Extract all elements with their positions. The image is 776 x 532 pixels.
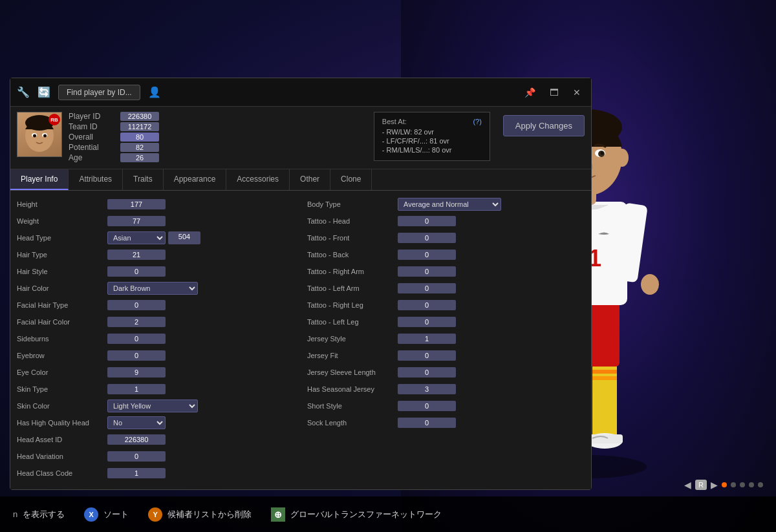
n-control-text: n (13, 509, 17, 519)
potential-value: 82 (120, 143, 159, 152)
tab-player-info[interactable]: Player Info (10, 169, 69, 190)
head-type-select-1[interactable]: Asian European African (107, 231, 166, 244)
plus-button-badge[interactable]: ⊕ (271, 507, 285, 522)
facial-hair-color-label: Facial Hair Color (17, 318, 107, 326)
facial-hair-color-value[interactable]: 2 (107, 317, 166, 327)
find-player-button[interactable]: Find player by ID... (58, 85, 140, 100)
left-column: Height 177 Weight 77 Head Type Asian Eur… (17, 197, 294, 483)
hair-style-label: Hair Style (17, 268, 107, 275)
wrench-icon[interactable]: 🔧 (17, 86, 30, 98)
hair-color-select[interactable]: Dark Brown Black Brown Light Brown Blond… (107, 282, 198, 295)
height-label: Height (17, 200, 107, 208)
tattoo-left-leg-row: Tattoo - Left Leg 0 (307, 315, 585, 329)
nav-left-arrow[interactable]: ◀ (684, 480, 691, 490)
sideburns-value[interactable]: 0 (107, 334, 166, 344)
hair-type-value[interactable]: 21 (107, 250, 166, 260)
head-class-code-value[interactable]: 1 (107, 468, 166, 478)
head-asset-id-row: Head Asset ID 226380 (17, 432, 294, 447)
nav-dot-1[interactable] (722, 482, 727, 487)
tattoo-front-value[interactable]: 0 (398, 233, 456, 243)
body-type-label: Body Type (307, 200, 398, 208)
content-area: Height 177 Weight 77 Head Type Asian Eur… (10, 191, 591, 489)
weight-value[interactable]: 77 (107, 216, 166, 226)
body-type-select[interactable]: Average and Normal Lean Stocky (398, 198, 501, 211)
apply-changes-button[interactable]: Apply Changes (503, 115, 585, 136)
hq-head-select[interactable]: No Yes (107, 416, 166, 429)
bottom-label-n: を表示する (23, 509, 65, 520)
height-value[interactable]: 177 (107, 199, 166, 209)
tab-appearance[interactable]: Appearance (164, 169, 227, 190)
eye-color-value[interactable]: 9 (107, 367, 166, 378)
jersey-style-value[interactable]: 1 (398, 334, 456, 344)
tab-attributes[interactable]: Attributes (69, 169, 123, 190)
tattoo-left-arm-value[interactable]: 0 (398, 283, 456, 293)
close-icon[interactable]: ✕ (569, 86, 585, 99)
y-button-badge[interactable]: Y (148, 507, 162, 522)
nav-dot-5[interactable] (758, 482, 763, 487)
short-style-value[interactable]: 0 (398, 401, 456, 411)
tattoo-right-arm-label: Tattoo - Right Arm (307, 268, 398, 275)
age-row: Age 26 (69, 153, 367, 162)
nav-right-arrow[interactable]: ▶ (711, 480, 718, 490)
team-id-row: Team ID 112172 (69, 122, 367, 131)
refresh-icon[interactable]: 🔄 (38, 86, 50, 98)
potential-row: Potential 82 (69, 143, 367, 152)
tattoo-right-arm-value[interactable]: 0 (398, 266, 456, 277)
nav-dot-3[interactable] (740, 482, 745, 487)
player-stats: Player ID 226380 Team ID 112172 Overall … (69, 112, 367, 164)
team-id-label: Team ID (69, 122, 120, 131)
head-variation-row: Head Variation 0 (17, 449, 294, 463)
skin-color-select[interactable]: Light Yellow Light Medium Light Medium M… (107, 399, 198, 412)
bottom-label-y: 候補者リストから削除 (167, 509, 252, 520)
hair-type-label: Hair Type (17, 251, 107, 259)
head-variation-value[interactable]: 0 (107, 451, 166, 462)
head-type-label: Head Type (17, 234, 107, 242)
maximize-icon[interactable]: 🗖 (546, 86, 563, 99)
overall-row: Overall 80 (69, 133, 367, 142)
skin-type-value[interactable]: 1 (107, 384, 166, 394)
svg-point-31 (616, 149, 629, 167)
jersey-sleeve-label: Jersey Sleeve Length (307, 368, 398, 376)
hair-style-value[interactable]: 0 (107, 266, 166, 277)
nav-r-badge: R (695, 480, 707, 490)
weight-row: Weight 77 (17, 214, 294, 228)
head-asset-id-value[interactable]: 226380 (107, 434, 166, 445)
eye-color-label: Eye Color (17, 368, 107, 376)
skin-type-label: Skin Type (17, 385, 107, 393)
head-class-code-row: Head Class Code 1 (17, 466, 294, 480)
seasonal-jersey-value[interactable]: 3 (398, 384, 456, 394)
tattoo-back-value[interactable]: 0 (398, 250, 456, 260)
x-button-badge[interactable]: X (84, 507, 98, 522)
sock-length-value[interactable]: 0 (398, 418, 456, 428)
best-at-row-3: - RM/LM/LS/...: 80 ovr (382, 146, 482, 154)
facial-hair-type-value[interactable]: 0 (107, 300, 166, 310)
pin-icon[interactable]: 📌 (521, 86, 539, 99)
best-at-row-2: - LF/CF/RF/...: 81 ovr (382, 137, 482, 145)
svg-point-36 (33, 134, 36, 138)
best-at-row-1: - RW/LW: 82 ovr (382, 128, 482, 136)
jersey-sleeve-value[interactable]: 0 (398, 367, 456, 378)
tattoo-head-value[interactable]: 0 (398, 216, 456, 226)
head-type-value[interactable]: 504 (168, 231, 200, 244)
person-icon[interactable]: 👤 (148, 86, 161, 98)
tab-traits[interactable]: Traits (123, 169, 164, 190)
jersey-fit-label: Jersey Fit (307, 352, 398, 359)
tab-accessories[interactable]: Accessories (226, 169, 290, 190)
jersey-style-row: Jersey Style 1 (307, 332, 585, 346)
tattoo-left-arm-label: Tattoo - Left Arm (307, 284, 398, 292)
player-avatar: RB (17, 112, 62, 157)
nav-dot-4[interactable] (749, 482, 754, 487)
seasonal-jersey-label: Has Seasonal Jersey (307, 385, 398, 393)
jersey-fit-value[interactable]: 0 (398, 350, 456, 361)
tattoo-left-leg-value[interactable]: 0 (398, 317, 456, 327)
hair-type-row: Hair Type 21 (17, 248, 294, 262)
tab-clone[interactable]: Clone (330, 169, 372, 190)
nav-dot-2[interactable] (731, 482, 736, 487)
eyebrow-value[interactable]: 0 (107, 350, 166, 361)
height-row: Height 177 (17, 197, 294, 211)
svg-rect-2 (592, 363, 617, 441)
tattoo-head-row: Tattoo - Head 0 (307, 214, 585, 228)
tattoo-right-leg-value[interactable]: 0 (398, 300, 456, 310)
tattoo-front-row: Tattoo - Front 0 (307, 231, 585, 245)
tab-other[interactable]: Other (290, 169, 330, 190)
